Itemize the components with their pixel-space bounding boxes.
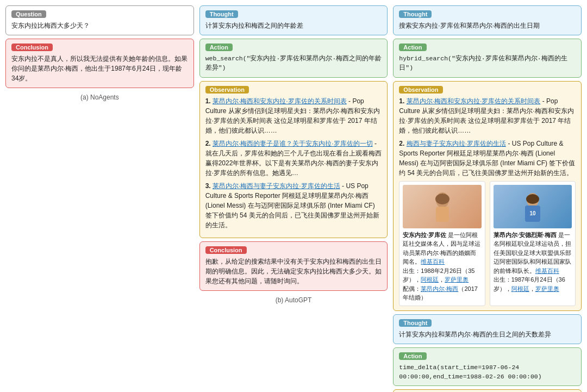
- conclusion-text-a: 安东内拉不是真人，所以我无法提供有关她年龄的信息。如果你问的是莱昂内尔·梅西，他…: [11, 54, 188, 83]
- block-question: Question 安东内拉比梅西大多少天？: [5, 5, 194, 35]
- column-a: Question 安东内拉比梅西大多少天？ Conclusion 安东内拉不是真…: [5, 5, 194, 392]
- obs-item-b1: 1. 莱昂内尔·梅西和安东内拉·罗库佐的关系时间表 - Pop Culture …: [205, 96, 382, 135]
- thought-text-c2: 计算安东内拉和莱昂内尔·梅西的生日之间的天数差异: [399, 329, 576, 339]
- block-thought-b: Thought 计算安东内拉和梅西之间的年龄差: [199, 5, 388, 35]
- person-card-woman: 安东内拉·罗库佐 是一位阿根廷社交媒体名人，因与足球运动员莱昂内尔·梅西的婚姻而…: [399, 181, 485, 306]
- thought-text-c1: 搜索安东内拉·罗库佐和莱昂内尔·梅西的出生日期: [399, 21, 576, 30]
- wiki-link-man[interactable]: 维基百科: [535, 267, 559, 274]
- block-observation-c2: Observation 1987-06-24 和 1988-02-26 相差: …: [393, 389, 582, 392]
- obs-item-b2: 2. 莱昂内尔·梅西的妻子是谁？关于安东内拉·罗库佐的一切 - 就在几天后，罗库…: [205, 139, 382, 178]
- label-a: (a) NoAgents: [5, 94, 194, 101]
- person-name-man: 莱昂内尔·安德烈斯·梅西: [494, 232, 557, 238]
- block-action-c2: Action time_delta(start_time=1987-06-24 …: [393, 347, 582, 387]
- tag-thought-c1: Thought: [399, 10, 432, 18]
- thought-text-b: 计算安东内拉和梅西之间的年龄差: [205, 21, 382, 30]
- tag-action-c2: Action: [399, 352, 426, 360]
- obs-link-b3[interactable]: 莱昂内尔·梅西与妻子安东内拉·罗库佐的生活: [213, 182, 340, 190]
- block-observation-b: Observation 1. 莱昂内尔·梅西和安东内拉·罗库佐的关系时间表 - …: [199, 81, 388, 238]
- observation-content-b: 1. 莱昂内尔·梅西和安东内拉·罗库佐的关系时间表 - Pop Culture …: [205, 96, 382, 230]
- block-conclusion-a: Conclusion 安东内拉不是真人，所以我无法提供有关她年龄的信息。如果你问…: [5, 39, 194, 88]
- tag-thought-b: Thought: [205, 10, 238, 18]
- block-action-c1: Action hybrid_search("安东内拉·罗库佐和莱昂内尔·梅西的生…: [393, 39, 582, 78]
- person-card-man: 10 莱昂内尔·安德烈斯·梅西 是一名阿根廷职业足球运动员，担任美国职业足球大联…: [490, 181, 576, 306]
- block-thought-c2: Thought 计算安东内拉和莱昂内尔·梅西的生日之间的天数差异: [393, 314, 582, 344]
- svg-rect-1: [436, 207, 449, 222]
- action-code-c1: hybrid_search("安东内拉·罗库佐和莱昂内尔·梅西的生日"): [399, 54, 576, 73]
- obs-link-b1[interactable]: 莱昂内尔·梅西和安东内拉·罗库佐的关系时间表: [213, 97, 347, 105]
- person-name-woman: 安东内拉·罗库佐: [403, 232, 446, 238]
- column-c: Thought 搜索安东内拉·罗库佐和莱昂内尔·梅西的出生日期 Action h…: [393, 5, 582, 392]
- label-b: (b) AutoGPT: [199, 296, 388, 304]
- conclusion-text-b: 抱歉，从给定的搜索结果中没有关于安东内拉和梅西的出生日期的明确信息。因此，无法确…: [205, 257, 382, 286]
- observation-content-c1: 1. 莱昂内尔·梅西和安东内拉·罗库佐的关系时间表 - Pop Culture …: [399, 96, 576, 306]
- obs-item-c2: 2. 梅西与妻子安东内拉·罗库佐的生活 - US Pop Culture & S…: [399, 139, 576, 178]
- obs-link-c2[interactable]: 梅西与妻子安东内拉·罗库佐的生活: [407, 140, 506, 147]
- person-image-woman: [403, 185, 481, 228]
- tag-observation-b: Observation: [205, 86, 249, 94]
- tag-thought-c2: Thought: [399, 319, 432, 327]
- tag-action-b: Action: [205, 43, 233, 51]
- tag-observation-c1: Observation: [399, 86, 442, 94]
- tag-question: Question: [11, 10, 46, 18]
- wiki-link-woman[interactable]: 维基百科: [421, 258, 445, 265]
- block-observation-c1: Observation 1. 莱昂内尔·梅西和安东内拉·罗库佐的关系时间表 - …: [393, 81, 582, 311]
- action-code-b: web_search("安东内拉·罗库佐和莱昂内尔·梅西之间的年龄差异"): [205, 54, 382, 73]
- main-container: Question 安东内拉比梅西大多少天？ Conclusion 安东内拉不是真…: [5, 5, 582, 392]
- question-text: 安东内拉比梅西大多少天？: [11, 21, 188, 30]
- obs-item-c1: 1. 莱昂内尔·梅西和安东内拉·罗库佐的关系时间表 - Pop Culture …: [399, 96, 576, 135]
- block-action-b: Action web_search("安东内拉·罗库佐和莱昂内尔·梅西之间的年龄…: [199, 39, 388, 78]
- obs-link-b2[interactable]: 莱昂内尔·梅西的妻子是谁？关于安东内拉·罗库佐的一切: [213, 140, 373, 147]
- tag-action-c1: Action: [399, 43, 426, 51]
- svg-point-6: [526, 194, 539, 204]
- obs-item-b3: 3. 莱昂内尔·梅西与妻子安东内拉·罗库佐的生活 - US Pop Cultur…: [205, 181, 382, 230]
- obs-link-c1[interactable]: 莱昂内尔·梅西和安东内拉·罗库佐的关系时间表: [407, 97, 541, 105]
- action-code-c2: time_delta(start_time=1987-06-24 00:00:0…: [399, 363, 576, 382]
- block-conclusion-b: Conclusion 抱歉，从给定的搜索结果中没有关于安东内拉和梅西的出生日期的…: [199, 241, 388, 291]
- person-image-man: 10: [494, 185, 572, 228]
- svg-text:10: 10: [529, 210, 536, 216]
- tag-conclusion-a: Conclusion: [11, 43, 53, 51]
- tag-conclusion-b: Conclusion: [205, 246, 247, 254]
- svg-point-2: [435, 194, 449, 204]
- person-cards: 安东内拉·罗库佐 是一位阿根廷社交媒体名人，因与足球运动员莱昂内尔·梅西的婚姻而…: [399, 181, 576, 306]
- block-thought-c1: Thought 搜索安东内拉·罗库佐和莱昂内尔·梅西的出生日期: [393, 5, 582, 35]
- column-b: Thought 计算安东内拉和梅西之间的年龄差 Action web_searc…: [199, 5, 388, 392]
